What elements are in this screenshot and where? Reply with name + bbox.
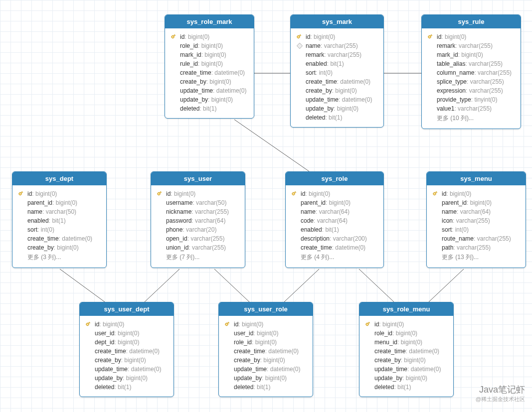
column-row[interactable]: phone: varchar(20) — [156, 225, 240, 234]
table-header[interactable]: sys_mark — [291, 15, 383, 28]
more-columns-link[interactable]: 更多 (13 列)... — [432, 252, 521, 263]
column-row[interactable]: update_time: datetime(0) — [296, 95, 378, 104]
table-sys_menu[interactable]: sys_menuid: bigint(0)parent_id: bigint(0… — [426, 171, 526, 268]
table-header[interactable]: sys_user — [151, 172, 245, 185]
column-row[interactable]: create_by: bigint(0) — [85, 356, 169, 365]
column-row[interactable]: remark: varchar(255) — [296, 50, 378, 59]
column-row[interactable]: id: bigint(0) — [291, 189, 378, 198]
table-sys_role[interactable]: sys_roleid: bigint(0)parent_id: bigint(0… — [285, 171, 384, 268]
column-row[interactable]: expression: varchar(255) — [427, 86, 516, 95]
column-row[interactable]: id: bigint(0) — [170, 32, 249, 41]
column-row[interactable]: update_time: datetime(0) — [85, 365, 169, 374]
column-row[interactable]: name: varchar(50) — [17, 207, 101, 216]
table-header[interactable]: sys_dept — [12, 172, 106, 185]
column-row[interactable]: parent_id: bigint(0) — [432, 198, 521, 207]
column-row[interactable]: sort: int(0) — [432, 225, 521, 234]
column-row[interactable]: deleted: bit(1) — [224, 383, 308, 392]
column-row[interactable]: update_by: bigint(0) — [364, 374, 448, 383]
table-header[interactable]: sys_role_menu — [359, 302, 453, 316]
column-row[interactable]: open_id: varchar(255) — [156, 234, 240, 243]
table-sys_dept[interactable]: sys_deptid: bigint(0)parent_id: bigint(0… — [12, 171, 107, 268]
column-row[interactable]: code: varchar(64) — [291, 216, 378, 225]
column-row[interactable]: splice_type: varchar(255) — [427, 77, 516, 86]
column-row[interactable]: update_time: datetime(0) — [224, 365, 308, 374]
column-row[interactable]: enabled: bit(1) — [296, 59, 378, 68]
column-row[interactable]: create_by: bigint(0) — [17, 243, 101, 252]
column-row[interactable]: nickname: varchar(255) — [156, 207, 240, 216]
table-sys_role_menu[interactable]: sys_role_menuid: bigint(0)role_id: bigin… — [359, 302, 454, 397]
table-sys_user_role[interactable]: sys_user_roleid: bigint(0)user_id: bigin… — [218, 302, 313, 397]
column-row[interactable]: create_time: datetime(0) — [85, 347, 169, 356]
column-row[interactable]: create_by: bigint(0) — [224, 356, 308, 365]
column-row[interactable]: enabled: bit(1) — [291, 225, 378, 234]
column-row[interactable]: id: bigint(0) — [364, 320, 448, 329]
table-header[interactable]: sys_user_dept — [80, 302, 174, 316]
column-row[interactable]: mark_id: bigint(0) — [170, 50, 249, 59]
table-sys_user[interactable]: sys_userid: bigint(0)username: varchar(5… — [151, 171, 245, 268]
column-row[interactable]: name: varchar(64) — [432, 207, 521, 216]
column-row[interactable]: deleted: bit(1) — [364, 383, 448, 392]
column-row[interactable]: deleted: bit(1) — [85, 383, 169, 392]
more-columns-link[interactable]: 更多 (3 列)... — [17, 252, 101, 263]
column-row[interactable]: path: varchar(255) — [432, 243, 521, 252]
table-sys_user_dept[interactable]: sys_user_deptid: bigint(0)user_id: bigin… — [79, 302, 174, 397]
column-row[interactable]: provide_type: tinyint(0) — [427, 95, 516, 104]
table-header[interactable]: sys_rule — [422, 15, 521, 28]
column-row[interactable]: column_name: varchar(255) — [427, 68, 516, 77]
column-row[interactable]: table_alias: varchar(255) — [427, 59, 516, 68]
column-row[interactable]: rule_id: bigint(0) — [170, 59, 249, 68]
column-row[interactable]: id: bigint(0) — [432, 189, 521, 198]
column-row[interactable]: create_time: datetime(0) — [364, 347, 448, 356]
column-row[interactable]: name: varchar(64) — [291, 207, 378, 216]
column-row[interactable]: sort: int(0) — [17, 225, 101, 234]
column-row[interactable]: create_by: bigint(0) — [364, 356, 448, 365]
column-row[interactable]: create_time: datetime(0) — [17, 234, 101, 243]
column-row[interactable]: update_by: bigint(0) — [296, 104, 378, 113]
column-row[interactable]: enabled: bit(1) — [17, 216, 101, 225]
column-row[interactable]: create_time: datetime(0) — [291, 243, 378, 252]
column-row[interactable]: menu_id: bigint(0) — [364, 338, 448, 347]
table-sys_role_mark[interactable]: sys_role_markid: bigint(0)role_id: bigin… — [165, 14, 254, 119]
column-row[interactable]: update_time: datetime(0) — [364, 365, 448, 374]
column-row[interactable]: parent_id: bigint(0) — [17, 198, 101, 207]
column-row[interactable]: create_by: bigint(0) — [170, 77, 249, 86]
column-row[interactable]: deleted: bit(1) — [296, 113, 378, 122]
column-row[interactable]: user_id: bigint(0) — [224, 329, 308, 338]
column-row[interactable]: create_time: datetime(0) — [296, 77, 378, 86]
column-row[interactable]: id: bigint(0) — [17, 189, 101, 198]
column-row[interactable]: name: varchar(255) — [296, 41, 378, 50]
column-row[interactable]: remark: varchar(255) — [427, 41, 516, 50]
column-row[interactable]: sort: int(0) — [296, 68, 378, 77]
column-row[interactable]: description: varchar(200) — [291, 234, 378, 243]
column-row[interactable]: create_time: datetime(0) — [224, 347, 308, 356]
column-row[interactable]: create_by: bigint(0) — [296, 86, 378, 95]
column-row[interactable]: mark_id: bigint(0) — [427, 50, 516, 59]
column-row[interactable]: username: varchar(50) — [156, 198, 240, 207]
table-sys_rule[interactable]: sys_ruleid: bigint(0)remark: varchar(255… — [421, 14, 521, 129]
column-row[interactable]: role_id: bigint(0) — [224, 338, 308, 347]
column-row[interactable]: icon: varchar(255) — [432, 216, 521, 225]
column-row[interactable]: password: varchar(64) — [156, 216, 240, 225]
more-columns-link[interactable]: 更多 (7 列)... — [156, 252, 240, 263]
column-row[interactable]: parent_id: bigint(0) — [291, 198, 378, 207]
column-row[interactable]: id: bigint(0) — [427, 32, 516, 41]
column-row[interactable]: update_time: datetime(0) — [170, 86, 249, 95]
column-row[interactable]: value1: varchar(255) — [427, 104, 516, 113]
column-row[interactable]: id: bigint(0) — [224, 320, 308, 329]
table-header[interactable]: sys_menu — [427, 172, 526, 185]
column-row[interactable]: create_time: datetime(0) — [170, 68, 249, 77]
more-columns-link[interactable]: 更多 (10 列)... — [427, 113, 516, 124]
table-header[interactable]: sys_user_role — [219, 302, 313, 316]
column-row[interactable]: id: bigint(0) — [156, 189, 240, 198]
column-row[interactable]: deleted: bit(1) — [170, 104, 249, 113]
column-row[interactable]: dept_id: bigint(0) — [85, 338, 169, 347]
column-row[interactable]: role_id: bigint(0) — [364, 329, 448, 338]
table-header[interactable]: sys_role — [286, 172, 383, 185]
more-columns-link[interactable]: 更多 (4 列)... — [291, 252, 378, 263]
column-row[interactable]: update_by: bigint(0) — [224, 374, 308, 383]
column-row[interactable]: user_id: bigint(0) — [85, 329, 169, 338]
column-row[interactable]: id: bigint(0) — [85, 320, 169, 329]
table-header[interactable]: sys_role_mark — [165, 15, 254, 28]
column-row[interactable]: update_by: bigint(0) — [85, 374, 169, 383]
column-row[interactable]: role_id: bigint(0) — [170, 41, 249, 50]
